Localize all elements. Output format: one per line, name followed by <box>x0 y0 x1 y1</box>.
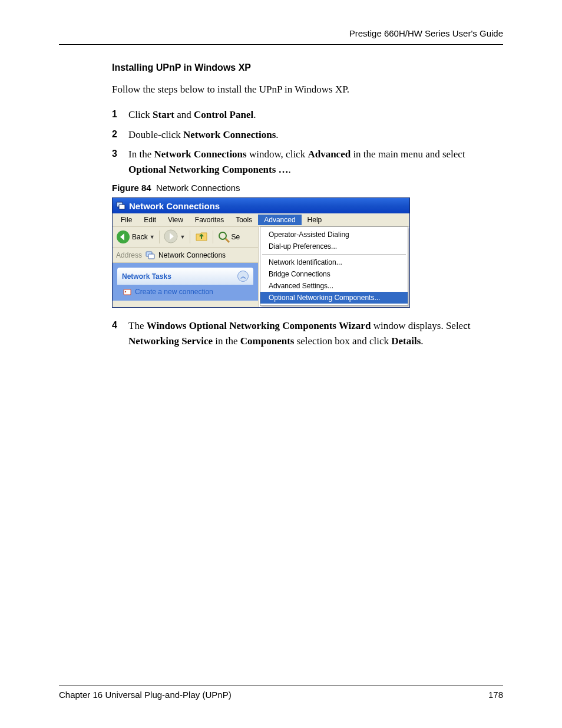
back-button[interactable]: Back ▼ <box>116 230 155 244</box>
footer-chapter: Chapter 16 Universal Plug-and-Play (UPnP… <box>59 690 232 700</box>
task-create-connection[interactable]: Create a new connection <box>117 285 253 296</box>
step-number: 4 <box>112 318 117 332</box>
step-text: . <box>276 129 278 140</box>
step-text: In the <box>128 149 154 160</box>
xp-address-bar: Address Network Connections <box>113 248 258 263</box>
task-link-label: Create a new connection <box>135 288 213 296</box>
menu-view[interactable]: View <box>162 215 189 225</box>
toolbar-separator <box>213 230 213 243</box>
dd-bridge[interactable]: Bridge Connections <box>260 268 408 280</box>
xp-right-pane: Operator-Assisted Dialing Dial-up Prefer… <box>259 227 409 307</box>
step-text: in the main menu and select <box>351 149 465 160</box>
svg-rect-8 <box>124 289 131 295</box>
search-icon <box>217 230 230 243</box>
xp-window: Network Connections File Edit View Favor… <box>112 197 410 308</box>
svg-rect-7 <box>148 254 154 259</box>
step-3: 3 In the Network Connections window, cli… <box>112 147 503 177</box>
step-bold: Networking Service <box>128 335 213 347</box>
dd-optional-components[interactable]: Optional Networking Components... <box>260 292 408 304</box>
menu-help[interactable]: Help <box>302 215 328 225</box>
svg-rect-1 <box>119 205 125 209</box>
step-text: window, click <box>247 149 308 160</box>
steps-list-continued: 4 The Windows Optional Networking Compon… <box>112 318 503 348</box>
menu-advanced[interactable]: Advanced <box>258 215 301 225</box>
address-label: Address <box>116 251 142 259</box>
chevron-down-icon: ▼ <box>180 234 186 240</box>
network-connections-icon <box>116 201 125 210</box>
up-button[interactable] <box>194 229 209 245</box>
step-text: selection box and click <box>294 335 391 347</box>
toolbar-separator <box>159 230 160 243</box>
task-pane-title: Network Tasks <box>122 272 171 281</box>
step-bold: Windows Optional Networking Components W… <box>147 320 371 331</box>
step-text: . <box>253 109 256 120</box>
step-4: 4 The Windows Optional Networking Compon… <box>112 318 503 348</box>
xp-task-pane: Network Tasks ︽ Create a new connection <box>113 263 258 301</box>
step-text: . <box>289 164 291 175</box>
search-label-cut: Se <box>232 233 240 241</box>
advanced-dropdown: Operator-Assisted Dialing Dial-up Prefer… <box>260 226 408 306</box>
dd-network-id[interactable]: Network Identification... <box>260 256 408 268</box>
chevron-down-icon: ▼ <box>150 234 155 240</box>
svg-line-5 <box>226 239 229 242</box>
step-number: 3 <box>112 147 117 161</box>
back-label: Back <box>132 233 148 241</box>
forward-arrow-icon <box>164 229 178 243</box>
dd-dialup-prefs[interactable]: Dial-up Preferences... <box>260 241 408 252</box>
step-text: . <box>421 335 423 347</box>
toolbar-separator <box>190 230 190 243</box>
step-bold: Optional Networking Components … <box>128 164 289 175</box>
page-header: Prestige 660H/HW Series User's Guide <box>59 28 503 44</box>
step-1: 1 Click Start and Control Panel. <box>112 107 503 123</box>
svg-point-4 <box>219 232 226 239</box>
step-text: in the <box>213 335 240 347</box>
xp-menubar: File Edit View Favorites Tools Advanced … <box>113 213 409 227</box>
step-bold: Network Connections <box>183 129 276 140</box>
step-2: 2 Double-click Network Connections. <box>112 127 503 143</box>
step-bold: Network Connections <box>154 149 246 160</box>
forward-button[interactable] <box>164 229 178 245</box>
network-connections-icon <box>146 251 155 260</box>
xp-titlebar[interactable]: Network Connections <box>113 198 409 213</box>
dd-operator-assisted[interactable]: Operator-Assisted Dialing <box>260 229 408 241</box>
new-connection-icon <box>123 288 131 296</box>
step-text: and <box>174 109 194 120</box>
svg-point-9 <box>125 291 126 292</box>
page-footer: Chapter 16 Universal Plug-and-Play (UPnP… <box>59 686 503 700</box>
step-bold: Details <box>391 335 421 347</box>
step-bold: Components <box>240 335 295 347</box>
address-value[interactable]: Network Connections <box>158 251 226 259</box>
step-text: The <box>128 320 147 331</box>
step-number: 1 <box>112 107 117 121</box>
dropdown-separator <box>262 254 406 255</box>
figure-caption: Figure 84 Network Connections <box>112 183 503 193</box>
menu-file[interactable]: File <box>115 215 138 225</box>
step-number: 2 <box>112 127 117 141</box>
menu-tools[interactable]: Tools <box>230 215 258 225</box>
task-pane-header[interactable]: Network Tasks ︽ <box>117 268 253 285</box>
collapse-chevron-icon[interactable]: ︽ <box>237 271 249 282</box>
footer-rule <box>59 686 503 686</box>
section-heading: Installing UPnP in Windows XP <box>112 62 503 73</box>
up-folder-icon <box>194 229 209 243</box>
header-title: Prestige 660H/HW Series User's Guide <box>349 28 503 38</box>
dd-advanced-settings[interactable]: Advanced Settings... <box>260 280 408 292</box>
step-bold: Start <box>153 109 174 120</box>
xp-toolbar: Back ▼ ▼ <box>113 227 258 248</box>
header-rule <box>59 44 503 45</box>
step-text: Click <box>128 109 153 120</box>
steps-list: 1 Click Start and Control Panel. 2 Doubl… <box>112 107 503 177</box>
step-text: window displays. Select <box>371 320 470 331</box>
xp-left-pane: Back ▼ ▼ <box>113 227 259 307</box>
search-button[interactable]: Se <box>217 230 240 243</box>
figure-label: Figure 84 <box>112 183 151 193</box>
step-bold: Control Panel <box>194 109 253 120</box>
intro-paragraph: Follow the steps below to install the UP… <box>112 84 503 95</box>
menu-favorites[interactable]: Favorites <box>189 215 230 225</box>
menu-edit[interactable]: Edit <box>138 215 162 225</box>
back-arrow-icon <box>116 230 130 244</box>
step-bold: Advanced <box>308 149 351 160</box>
xp-title-text: Network Connections <box>129 201 220 211</box>
step-text: Double-click <box>128 129 183 140</box>
footer-page-number: 178 <box>488 690 503 700</box>
